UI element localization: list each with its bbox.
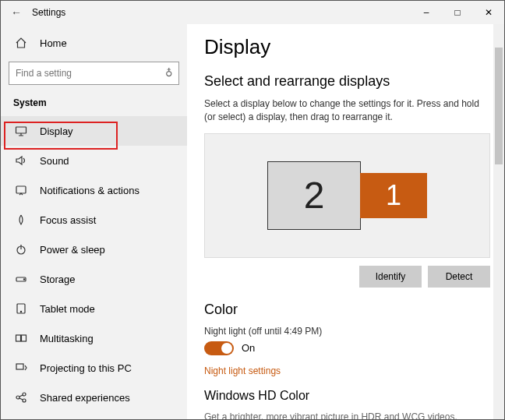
titlebar: ← Settings – □ ✕ <box>1 1 504 24</box>
sidebar: Home ♁ System Display Sound Notification… <box>1 24 187 419</box>
arrange-desc: Select a display below to change the set… <box>204 97 490 124</box>
back-button[interactable]: ← <box>7 6 26 19</box>
svg-rect-1 <box>16 186 26 193</box>
sidebar-item-label: Notifications & actions <box>40 185 139 196</box>
sidebar-item-display[interactable]: Display <box>1 116 187 146</box>
sidebar-item-focus-assist[interactable]: Focus assist <box>1 205 187 235</box>
sidebar-item-shared[interactable]: Shared experiences <box>1 383 187 412</box>
search-input[interactable] <box>9 62 179 85</box>
scrollbar-thumb[interactable] <box>495 48 503 164</box>
display-arrangement-area[interactable]: 2 1 <box>204 133 490 258</box>
svg-rect-7 <box>16 335 21 341</box>
sidebar-item-label: Storage <box>40 274 76 285</box>
sidebar-item-multitasking[interactable]: Multitasking <box>1 323 187 353</box>
focus-assist-icon <box>13 214 29 226</box>
sidebar-item-projecting[interactable]: Projecting to this PC <box>1 353 187 383</box>
svg-rect-8 <box>22 335 26 341</box>
hd-color-desc: Get a brighter, more vibrant picture in … <box>204 411 490 419</box>
sidebar-item-label: Multitasking <box>40 333 94 344</box>
svg-point-12 <box>23 399 26 402</box>
night-light-status: Night light (off until 4:49 PM) <box>204 326 490 337</box>
sidebar-item-label: Shared experiences <box>40 392 130 404</box>
search-icon: ♁ <box>165 67 173 79</box>
shared-icon <box>13 391 29 404</box>
sidebar-item-label: Sound <box>40 155 69 167</box>
sidebar-item-tablet[interactable]: Tablet mode <box>1 294 187 323</box>
display-icon <box>13 125 29 137</box>
close-button[interactable]: ✕ <box>473 1 504 24</box>
night-light-settings-link[interactable]: Night light settings <box>204 365 281 376</box>
maximize-button[interactable]: □ <box>442 1 473 24</box>
tablet-icon <box>13 302 29 315</box>
color-title: Color <box>204 302 490 318</box>
projecting-icon <box>13 362 29 374</box>
identify-button[interactable]: Identify <box>359 266 422 288</box>
sidebar-item-storage[interactable]: Storage <box>1 264 187 294</box>
sidebar-item-clipboard[interactable]: Clipboard <box>1 412 187 419</box>
hd-color-title: Windows HD Color <box>204 389 490 403</box>
home-label: Home <box>40 37 67 49</box>
home-nav[interactable]: Home <box>1 29 187 57</box>
home-icon <box>13 37 29 49</box>
notifications-icon <box>13 184 29 196</box>
sidebar-item-label: Tablet mode <box>40 303 95 315</box>
svg-point-6 <box>20 311 21 312</box>
toggle-label: On <box>242 342 255 354</box>
svg-point-10 <box>16 396 19 399</box>
storage-icon <box>13 273 29 285</box>
multitasking-icon <box>13 332 29 344</box>
detect-button[interactable]: Detect <box>428 266 490 288</box>
monitor-2[interactable]: 2 <box>267 161 361 230</box>
category-label: System <box>1 93 187 116</box>
sound-icon <box>13 154 29 167</box>
monitor-1[interactable]: 1 <box>360 173 427 218</box>
page-title: Display <box>204 35 490 59</box>
window-title: Settings <box>32 7 65 18</box>
arrange-title: Select and rearrange displays <box>204 73 490 90</box>
sidebar-item-notifications[interactable]: Notifications & actions <box>1 175 187 205</box>
scrollbar[interactable] <box>493 24 504 419</box>
svg-point-11 <box>23 393 26 396</box>
content-area: Display Select and rearrange displays Se… <box>187 24 504 419</box>
svg-point-4 <box>23 279 24 280</box>
svg-rect-0 <box>16 127 26 133</box>
sidebar-item-power[interactable]: Power & sleep <box>1 235 187 264</box>
svg-rect-9 <box>16 364 23 369</box>
sidebar-item-sound[interactable]: Sound <box>1 146 187 175</box>
night-light-toggle[interactable] <box>204 341 234 355</box>
sidebar-item-label: Power & sleep <box>40 244 105 256</box>
sidebar-item-label: Display <box>40 125 73 137</box>
power-icon <box>13 243 29 256</box>
sidebar-item-label: Projecting to this PC <box>40 362 132 374</box>
sidebar-item-label: Focus assist <box>40 214 96 226</box>
minimize-button[interactable]: – <box>411 1 442 24</box>
